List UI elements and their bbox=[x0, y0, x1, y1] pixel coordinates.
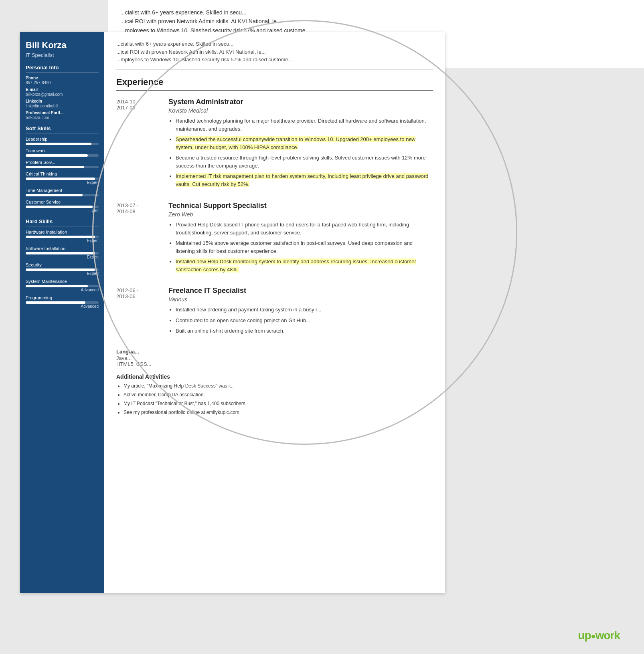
hard-skills-heading: Hard Skills bbox=[26, 218, 99, 226]
job-1-dates: 2014-10 -2017-09 bbox=[116, 98, 160, 191]
job-3-title: Freelance IT Specialist bbox=[168, 287, 433, 295]
candidate-title: IT Specialist bbox=[26, 52, 99, 58]
language-section: Langua... Java...HTML5, CSS... bbox=[116, 348, 433, 367]
intro-text: ...cialist with 6+ years experience. Ski… bbox=[116, 40, 433, 70]
job-2-title: Technical Support Specialist bbox=[168, 202, 433, 210]
bullet: Maintained 15% above average customer sa… bbox=[176, 239, 433, 255]
soft-skills-heading: Soft Skills bbox=[26, 125, 99, 133]
email-value: billkorza@gmail.com bbox=[26, 92, 99, 97]
additional-bullets: My article, "Maximizing Help Desk Succes… bbox=[116, 382, 433, 416]
bullet: Became a trusted resource through high-l… bbox=[176, 154, 433, 170]
job-3-company: Various bbox=[168, 296, 433, 303]
skill-critical-thinking: Critical Thinking Expert bbox=[26, 172, 99, 185]
top-line-1: ...cialist with 6+ years experience. Ski… bbox=[120, 8, 632, 17]
job-3-dates: 2012-06 -2013-06 bbox=[116, 287, 160, 337]
job-2-dates: 2013-07 -2014-08 bbox=[116, 202, 160, 277]
skill-time-management: Time Management bbox=[26, 188, 99, 196]
skill-customer-service: Customer Service ...pert bbox=[26, 200, 99, 213]
bullet-highlight: Installed new Help Desk monitoring syste… bbox=[176, 258, 433, 274]
bullet: Handled technology planning for a major … bbox=[176, 117, 433, 133]
skill-problem-solving: Problem Solv... bbox=[26, 160, 99, 168]
job-1-bullets: Handled technology planning for a major … bbox=[168, 117, 433, 189]
bullet-highlight: Implemented IT risk management plan to h… bbox=[176, 172, 433, 188]
skill-security: Security Expert bbox=[26, 262, 99, 276]
skill-hardware-installation: Hardware Installation Expert bbox=[26, 230, 99, 243]
top-line-2: ...ical ROI with proven Network Admin sk… bbox=[120, 17, 632, 26]
skill-system-maintenance: System Maintenance Advanced bbox=[26, 279, 99, 292]
upwork-logo: up●work bbox=[578, 629, 620, 642]
upwork-text-work: work bbox=[595, 629, 620, 642]
phone-label: Phone bbox=[26, 76, 99, 80]
job-2-company: Zero Web bbox=[168, 211, 433, 218]
phone-value: 857-257-8490 bbox=[26, 81, 99, 85]
bullet: Provided Help Desk-based IT phone suppor… bbox=[176, 221, 433, 237]
portfolio-label: Professional Portf... bbox=[26, 111, 99, 115]
upwork-dot: ● bbox=[591, 632, 595, 640]
job-3: 2012-06 -2013-06 Freelance IT Specialist… bbox=[116, 287, 433, 337]
page-wrapper: ...cialist with 6+ years experience. Ski… bbox=[0, 0, 644, 654]
candidate-name: Bill Korza bbox=[26, 40, 99, 50]
job-1: 2014-10 -2017-09 System Administrator Ko… bbox=[116, 98, 433, 191]
language-value: Java...HTML5, CSS... bbox=[116, 355, 433, 367]
experience-heading: Experience bbox=[116, 77, 433, 91]
sidebar: Bill Korza IT Specialist Personal Info P… bbox=[20, 32, 104, 593]
resume: Bill Korza IT Specialist Personal Info P… bbox=[20, 32, 445, 593]
additional-bullet: See my professional portfolio online at … bbox=[124, 409, 433, 416]
portfolio-value: billkorza.com bbox=[26, 115, 99, 120]
job-1-company: Kovisto Medical bbox=[168, 107, 433, 114]
job-3-details: Freelance IT Specialist Various Installe… bbox=[168, 287, 433, 337]
job-2: 2013-07 -2014-08 Technical Support Speci… bbox=[116, 202, 433, 277]
hard-skills-list: Hardware Installation Expert Software In… bbox=[26, 230, 99, 309]
additional-bullet: Active member, CompTIA association. bbox=[124, 391, 433, 398]
job-1-details: System Administrator Kovisto Medical Han… bbox=[168, 98, 433, 191]
language-label: Langua... bbox=[116, 349, 139, 355]
skill-programming: Programming Advanced bbox=[26, 295, 99, 309]
job-2-bullets: Provided Help Desk-based IT phone suppor… bbox=[168, 221, 433, 274]
linkedin-label: Linkedin bbox=[26, 99, 99, 103]
job-3-bullets: Installed new ordering and payment-takin… bbox=[168, 306, 433, 335]
additional-activities: Additional Activities My article, "Maxim… bbox=[116, 373, 433, 416]
bullet-highlight: Spearheaded the successful companywide t… bbox=[176, 135, 433, 151]
skill-software-installation: Software Installation Expert bbox=[26, 246, 99, 259]
main-content: ...cialist with 6+ years experience. Ski… bbox=[104, 32, 445, 593]
skill-teamwork: Teamwork bbox=[26, 148, 99, 157]
soft-skills-list: Leadership Teamwork Problem Solv... Crit… bbox=[26, 137, 99, 213]
job-2-details: Technical Support Specialist Zero Web Pr… bbox=[168, 202, 433, 277]
skill-leadership: Leadership bbox=[26, 137, 99, 145]
bullet: Contributed to an open source coding pro… bbox=[176, 317, 433, 325]
additional-bullet: My IT Podcast "Technical or Bust," has 1… bbox=[124, 400, 433, 407]
email-label: E-mail bbox=[26, 87, 99, 92]
bullet: Built an online t-shirt ordering site fr… bbox=[176, 327, 433, 335]
additional-title: Additional Activities bbox=[116, 373, 433, 380]
upwork-text-up: up bbox=[578, 629, 591, 642]
additional-bullet: My article, "Maximizing Help Desk Succes… bbox=[124, 382, 433, 390]
job-1-title: System Administrator bbox=[168, 98, 433, 106]
bullet: Installed new ordering and payment-takin… bbox=[176, 306, 433, 314]
linkedin-value: linkedin.com/in/bill... bbox=[26, 104, 99, 108]
personal-info-heading: Personal Info bbox=[26, 65, 99, 73]
